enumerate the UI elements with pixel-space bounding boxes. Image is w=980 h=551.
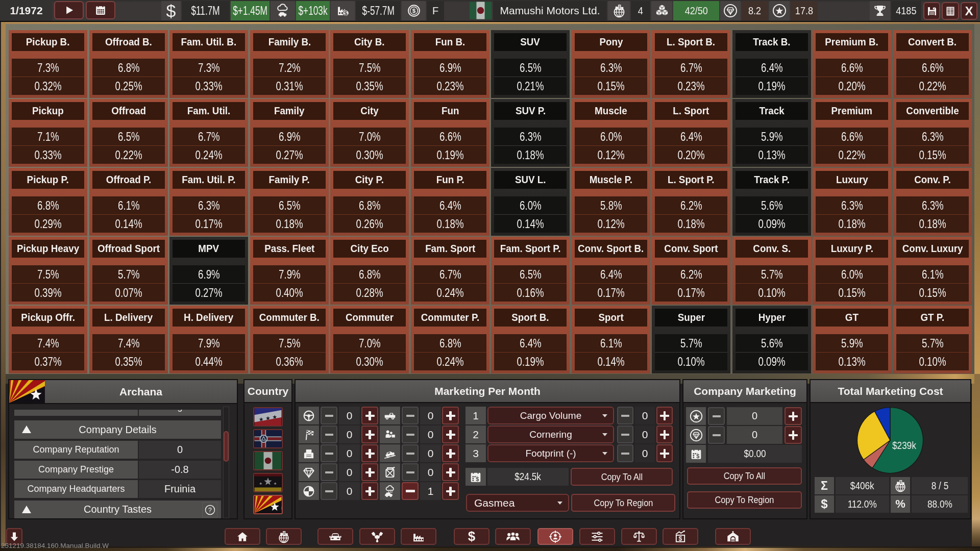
svg-text:$: $ (344, 10, 348, 16)
svg-text:$: $ (696, 453, 699, 459)
svg-text:?: ? (208, 506, 212, 513)
svg-text:$: $ (412, 7, 415, 14)
svg-text:$: $ (679, 535, 682, 542)
svg-text:$: $ (476, 475, 479, 482)
